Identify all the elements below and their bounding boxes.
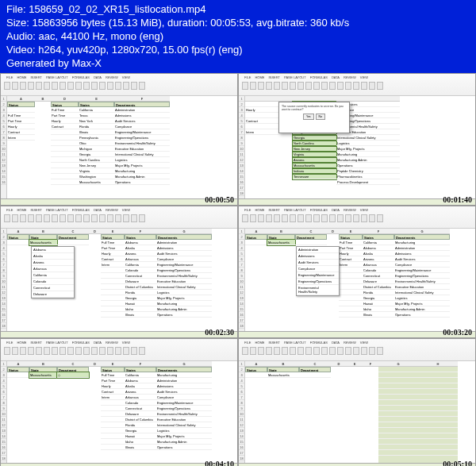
dropdown-item[interactable]: Delaware	[32, 291, 74, 298]
ribbon-button[interactable]	[20, 214, 26, 222]
row-label[interactable]: 7	[1, 129, 6, 135]
dialog-button[interactable]: Yes	[303, 114, 314, 120]
cell[interactable]	[378, 417, 418, 422]
cell[interactable]: Executive Education	[394, 284, 450, 290]
row-label[interactable]: 18	[239, 323, 244, 329]
cell[interactable]: Texas	[79, 113, 114, 118]
row-label[interactable]: 13	[239, 163, 244, 168]
cell[interactable]	[418, 445, 458, 450]
cell[interactable]: Compliance	[114, 124, 170, 129]
row-label[interactable]: 10	[239, 411, 244, 417]
cell[interactable]: Manufacturing Admin	[114, 174, 170, 179]
cell[interactable]	[51, 168, 79, 174]
ribbon-tab[interactable]: FILE	[244, 208, 251, 212]
row-label[interactable]: 2	[1, 234, 6, 240]
cell[interactable]	[101, 268, 125, 273]
ribbon-button[interactable]	[377, 214, 383, 222]
row-label[interactable]: 16	[1, 312, 6, 318]
ribbon-button[interactable]	[139, 347, 145, 355]
row-label[interactable]: 1	[239, 229, 244, 234]
cell[interactable]: Florida	[363, 290, 394, 295]
cell[interactable]: Arkansas	[363, 262, 394, 268]
ribbon-button[interactable]	[329, 214, 336, 222]
cell[interactable]	[378, 428, 418, 433]
cell[interactable]: Alaska	[125, 383, 156, 389]
cell[interactable]	[418, 367, 458, 372]
ribbon-button[interactable]	[361, 82, 367, 90]
cell[interactable]: Georgia	[293, 135, 336, 141]
cell[interactable]: Audit Services	[394, 256, 450, 262]
cell[interactable]: Major Mfg. Projects	[394, 301, 450, 306]
cell[interactable]: Operations	[114, 179, 170, 185]
ribbon-tab[interactable]: VIEW	[121, 208, 131, 212]
row-label[interactable]: 7	[239, 129, 244, 135]
cell[interactable]: Hawaii	[125, 301, 156, 306]
cell[interactable]: Alaska	[125, 245, 156, 251]
ribbon-button[interactable]	[20, 82, 26, 90]
cell[interactable]	[418, 439, 458, 445]
cell[interactable]: Ohio	[79, 141, 114, 146]
ribbon-tab[interactable]: FILE	[244, 341, 251, 345]
cell[interactable]: Illinois	[363, 312, 394, 318]
ribbon-tab[interactable]: FORMULAS	[309, 341, 328, 345]
cell[interactable]	[418, 406, 458, 411]
ribbon-button[interactable]	[52, 214, 58, 222]
row-label[interactable]: 18	[1, 323, 6, 329]
cell[interactable]	[101, 312, 125, 318]
row-label[interactable]: 18	[1, 456, 6, 461]
cell[interactable]	[101, 295, 125, 301]
cell[interactable]: Executive Education	[156, 279, 212, 284]
cell[interactable]: Manufacturing	[156, 301, 212, 306]
ribbon-button[interactable]	[139, 82, 145, 90]
cell[interactable]: Major Mfg. Projects	[156, 295, 212, 301]
cell[interactable]: District of Columbia	[363, 284, 394, 290]
cell[interactable]: North Carolina	[79, 157, 114, 163]
ribbon-tab[interactable]: REVIEW	[343, 208, 357, 212]
cell[interactable]: Pharmacokinetics	[336, 174, 400, 179]
cell[interactable]	[378, 400, 418, 406]
row-label[interactable]: 11	[239, 417, 244, 422]
cell[interactable]: Administration	[394, 245, 450, 251]
cell[interactable]: Hawaii	[363, 301, 394, 306]
ribbon-tab[interactable]: HOME	[16, 208, 27, 212]
ribbon-button[interactable]	[321, 347, 328, 355]
state-cell[interactable]: Massachusetts	[29, 240, 57, 245]
ribbon-button[interactable]	[36, 214, 42, 222]
cell[interactable]: Delaware	[125, 411, 156, 417]
ribbon-tab[interactable]: INSERT	[29, 341, 43, 345]
row-label[interactable]: 9	[1, 406, 6, 411]
ribbon-tab[interactable]: REVIEW	[343, 75, 357, 79]
cell[interactable]: Admissions	[156, 245, 212, 251]
row-label[interactable]: 8	[239, 400, 244, 406]
cell[interactable]: Hourly	[51, 118, 79, 124]
cell[interactable]: Environmental Health/Safety	[156, 411, 212, 417]
ribbon-button[interactable]	[353, 214, 359, 222]
row-label[interactable]: 16	[239, 312, 244, 318]
cell[interactable]: New Jersey	[79, 163, 114, 168]
ribbon-button[interactable]	[321, 214, 328, 222]
ribbon-button[interactable]	[28, 82, 34, 90]
cell[interactable]: Illinois	[125, 312, 156, 318]
cell[interactable]	[378, 450, 418, 456]
cell[interactable]: Audit Services	[114, 118, 170, 124]
cell[interactable]: Connecticut	[125, 406, 156, 411]
ribbon-button[interactable]	[313, 214, 320, 222]
cell[interactable]: Compliance	[394, 262, 450, 268]
cell[interactable]	[378, 378, 418, 383]
department-cell[interactable]: ◇	[57, 372, 89, 378]
cell[interactable]	[339, 279, 363, 284]
cell[interactable]	[101, 445, 125, 450]
ribbon-tab[interactable]: FILE	[6, 341, 13, 345]
row-label[interactable]: 14	[1, 433, 6, 439]
cell[interactable]: Indiana	[293, 168, 336, 174]
cell[interactable]: Audit Services	[156, 251, 212, 256]
cell[interactable]	[101, 301, 125, 306]
cell[interactable]	[378, 439, 418, 445]
cell[interactable]: District of Columbia	[125, 284, 156, 290]
row-label[interactable]: 6	[1, 389, 6, 395]
row-label[interactable]: 7	[239, 262, 244, 268]
cell[interactable]: Arizona	[293, 157, 336, 163]
cell[interactable]	[378, 433, 418, 439]
row-label[interactable]: 4	[1, 113, 6, 118]
cell[interactable]: Full Time	[339, 240, 363, 245]
